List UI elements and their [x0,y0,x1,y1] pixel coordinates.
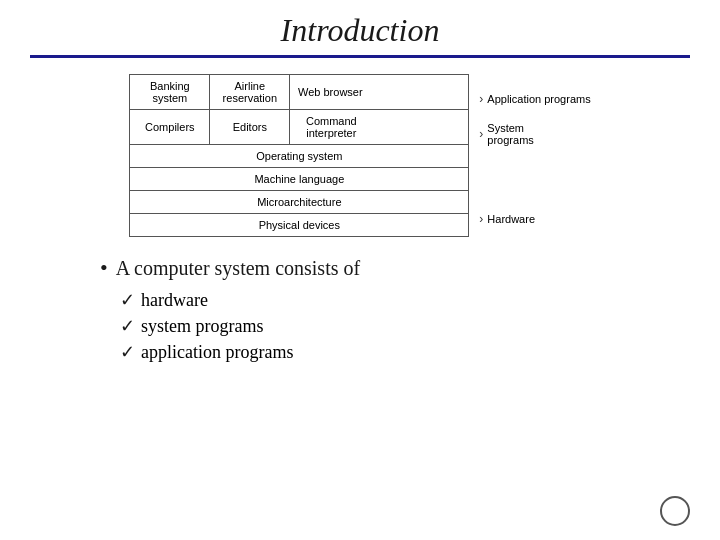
page-title: Introduction [30,12,690,49]
computer-layers-diagram: Banking system Airline reservation Web b… [129,74,469,237]
label-system-text: Systemprograms [487,122,547,146]
arrow-application: › [479,92,483,106]
cell-compilers: Compilers [130,110,210,144]
label-system: › Systemprograms [479,122,590,146]
diagram-row-system: Compilers Editors Command interpreter [130,110,468,145]
check-label-system: system programs [141,316,263,337]
diagram-row-physical: Physical devices [130,214,468,236]
nav-circle[interactable] [660,496,690,526]
diagram-row-machine: Machine language [130,168,468,191]
page-header: Introduction [30,0,690,58]
arrow-system: › [479,127,483,141]
diagram-side-labels: › Application programs › Systemprograms … [479,74,590,232]
diagram-row-apps: Banking system Airline reservation Web b… [130,75,468,110]
check-item-system: ✓ system programs [120,315,360,337]
check-item-hardware: ✓ hardware [120,289,360,311]
diagram-row-os: Operating system [130,145,468,168]
bullet-dot: • [100,255,108,281]
bullets-section: • A computer system consists of ✓ hardwa… [40,255,360,367]
check-label-hardware: hardware [141,290,208,311]
cell-micro: Microarchitecture [130,191,468,213]
check-icon-hardware: ✓ [120,289,135,311]
check-item-application: ✓ application programs [120,341,360,363]
cell-machine: Machine language [130,168,468,190]
arrow-hardware: › [479,212,483,226]
cell-web: Web browser [290,75,370,109]
label-application-text: Application programs [487,93,590,105]
main-content: Banking system Airline reservation Web b… [0,58,720,377]
bullet-main-text: A computer system consists of [116,257,360,280]
cell-editors: Editors [210,110,290,144]
bullet-main-item: • A computer system consists of [100,255,360,281]
cell-airline: Airline reservation [210,75,290,109]
cell-os: Operating system [130,145,468,167]
label-hardware: › Hardware [479,212,590,226]
diagram-row-micro: Microarchitecture [130,191,468,214]
check-icon-system: ✓ [120,315,135,337]
check-label-application: application programs [141,342,293,363]
cell-banking: Banking system [130,75,210,109]
diagram-wrapper: Banking system Airline reservation Web b… [129,74,590,237]
label-application: › Application programs [479,92,590,106]
check-icon-application: ✓ [120,341,135,363]
cell-command: Command interpreter [290,110,372,144]
check-list: ✓ hardware ✓ system programs ✓ applicati… [100,289,360,363]
cell-physical: Physical devices [130,214,468,236]
label-hardware-text: Hardware [487,213,535,225]
